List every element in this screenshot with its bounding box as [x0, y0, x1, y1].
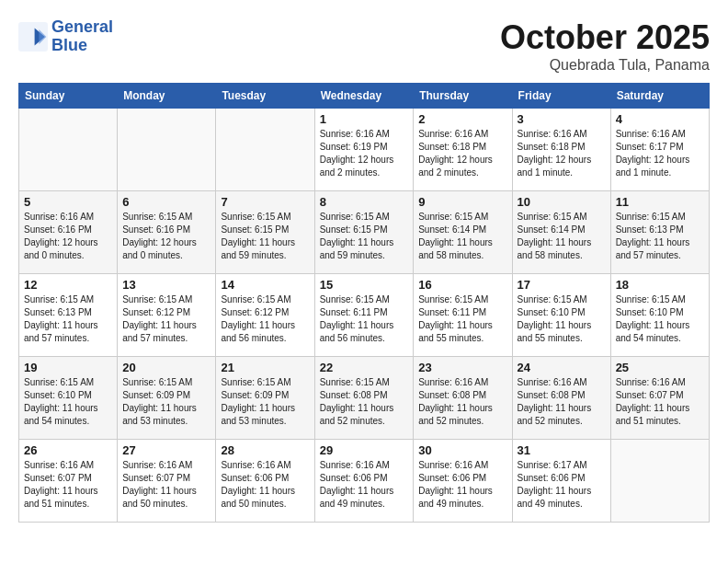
weekday-header-wednesday: Wednesday	[314, 84, 414, 109]
day-info: Sunrise: 6:15 AMSunset: 6:08 PMDaylight:…	[320, 376, 409, 428]
day-info: Sunrise: 6:16 AMSunset: 6:18 PMDaylight:…	[518, 128, 606, 179]
calendar-week-5: 26Sunrise: 6:16 AMSunset: 6:07 PMDayligh…	[19, 440, 710, 523]
day-info: Sunrise: 6:15 AMSunset: 6:12 PMDaylight:…	[221, 293, 309, 345]
calendar-cell: 29Sunrise: 6:16 AMSunset: 6:06 PMDayligh…	[314, 440, 414, 523]
day-number: 15	[320, 278, 409, 292]
title-area: October 2025 Quebrada Tula, Panama	[500, 18, 710, 74]
calendar-cell: 1Sunrise: 6:16 AMSunset: 6:19 PMDaylight…	[314, 109, 414, 191]
calendar-table: SundayMondayTuesdayWednesdayThursdayFrid…	[18, 83, 710, 523]
day-info: Sunrise: 6:16 AMSunset: 6:07 PMDaylight:…	[24, 459, 112, 511]
weekday-header-monday: Monday	[118, 84, 216, 109]
calendar-cell: 5Sunrise: 6:16 AMSunset: 6:16 PMDaylight…	[19, 191, 118, 274]
day-number: 1	[320, 112, 409, 126]
calendar-cell: 8Sunrise: 6:15 AMSunset: 6:15 PMDaylight…	[314, 191, 414, 274]
day-number: 8	[320, 195, 409, 209]
location-subtitle: Quebrada Tula, Panama	[500, 57, 710, 74]
day-number: 12	[24, 278, 112, 292]
weekday-header-sunday: Sunday	[19, 84, 118, 109]
day-info: Sunrise: 6:15 AMSunset: 6:11 PMDaylight:…	[320, 293, 409, 345]
day-info: Sunrise: 6:15 AMSunset: 6:13 PMDaylight:…	[24, 293, 112, 345]
day-info: Sunrise: 6:16 AMSunset: 6:17 PMDaylight:…	[616, 128, 704, 179]
day-number: 20	[122, 361, 210, 374]
day-info: Sunrise: 6:15 AMSunset: 6:13 PMDaylight:…	[616, 211, 704, 262]
calendar-cell: 26Sunrise: 6:16 AMSunset: 6:07 PMDayligh…	[19, 440, 118, 523]
logo-text: General Blue	[51, 18, 113, 55]
day-info: Sunrise: 6:15 AMSunset: 6:15 PMDaylight:…	[221, 211, 309, 262]
day-number: 3	[518, 112, 606, 126]
day-info: Sunrise: 6:15 AMSunset: 6:09 PMDaylight:…	[122, 376, 210, 428]
calendar-cell: 25Sunrise: 6:16 AMSunset: 6:07 PMDayligh…	[610, 357, 709, 440]
day-info: Sunrise: 6:16 AMSunset: 6:08 PMDaylight:…	[518, 376, 606, 428]
day-number: 28	[221, 443, 309, 457]
calendar-cell: 13Sunrise: 6:15 AMSunset: 6:12 PMDayligh…	[118, 274, 216, 357]
day-info: Sunrise: 6:15 AMSunset: 6:15 PMDaylight:…	[320, 211, 409, 262]
day-info: Sunrise: 6:15 AMSunset: 6:16 PMDaylight:…	[122, 211, 210, 262]
day-number: 24	[518, 361, 606, 374]
logo: General Blue	[18, 18, 113, 55]
calendar-body: 1Sunrise: 6:16 AMSunset: 6:19 PMDaylight…	[19, 109, 710, 523]
calendar-week-4: 19Sunrise: 6:15 AMSunset: 6:10 PMDayligh…	[19, 357, 710, 440]
day-info: Sunrise: 6:15 AMSunset: 6:12 PMDaylight:…	[122, 293, 210, 345]
day-info: Sunrise: 6:15 AMSunset: 6:10 PMDaylight:…	[518, 293, 606, 345]
calendar-cell: 20Sunrise: 6:15 AMSunset: 6:09 PMDayligh…	[118, 357, 216, 440]
calendar-cell: 17Sunrise: 6:15 AMSunset: 6:10 PMDayligh…	[512, 274, 610, 357]
day-number: 30	[418, 443, 506, 457]
day-number: 9	[418, 195, 506, 209]
calendar-cell: 22Sunrise: 6:15 AMSunset: 6:08 PMDayligh…	[314, 357, 414, 440]
day-info: Sunrise: 6:16 AMSunset: 6:07 PMDaylight:…	[122, 459, 210, 511]
calendar-cell	[118, 109, 216, 191]
calendar-week-1: 1Sunrise: 6:16 AMSunset: 6:19 PMDaylight…	[19, 109, 710, 191]
day-number: 27	[122, 443, 210, 457]
calendar-cell: 10Sunrise: 6:15 AMSunset: 6:14 PMDayligh…	[512, 191, 610, 274]
day-info: Sunrise: 6:16 AMSunset: 6:19 PMDaylight:…	[320, 128, 409, 179]
day-number: 5	[24, 195, 112, 209]
day-number: 4	[616, 112, 704, 126]
day-number: 25	[616, 361, 704, 374]
calendar-cell: 31Sunrise: 6:17 AMSunset: 6:06 PMDayligh…	[512, 440, 610, 523]
weekday-header-friday: Friday	[512, 84, 610, 109]
weekday-header-saturday: Saturday	[610, 84, 709, 109]
day-number: 13	[122, 278, 210, 292]
calendar-cell: 24Sunrise: 6:16 AMSunset: 6:08 PMDayligh…	[512, 357, 610, 440]
calendar-cell	[610, 440, 709, 523]
day-info: Sunrise: 6:15 AMSunset: 6:11 PMDaylight:…	[418, 293, 506, 345]
calendar-cell	[216, 109, 314, 191]
day-number: 7	[221, 195, 309, 209]
calendar-cell: 27Sunrise: 6:16 AMSunset: 6:07 PMDayligh…	[118, 440, 216, 523]
day-info: Sunrise: 6:15 AMSunset: 6:14 PMDaylight:…	[418, 211, 506, 262]
calendar-cell: 23Sunrise: 6:16 AMSunset: 6:08 PMDayligh…	[414, 357, 512, 440]
calendar-cell: 2Sunrise: 6:16 AMSunset: 6:18 PMDaylight…	[414, 109, 512, 191]
day-number: 17	[518, 278, 606, 292]
day-info: Sunrise: 6:16 AMSunset: 6:18 PMDaylight:…	[418, 128, 506, 179]
day-info: Sunrise: 6:16 AMSunset: 6:07 PMDaylight:…	[616, 376, 704, 428]
calendar-cell: 18Sunrise: 6:15 AMSunset: 6:10 PMDayligh…	[610, 274, 709, 357]
day-info: Sunrise: 6:16 AMSunset: 6:06 PMDaylight:…	[320, 459, 409, 511]
calendar-week-2: 5Sunrise: 6:16 AMSunset: 6:16 PMDaylight…	[19, 191, 710, 274]
weekday-header-tuesday: Tuesday	[216, 84, 314, 109]
calendar-cell: 3Sunrise: 6:16 AMSunset: 6:18 PMDaylight…	[512, 109, 610, 191]
calendar-cell: 21Sunrise: 6:15 AMSunset: 6:09 PMDayligh…	[216, 357, 314, 440]
day-number: 18	[616, 278, 704, 292]
day-number: 2	[418, 112, 506, 126]
day-number: 26	[24, 443, 112, 457]
day-info: Sunrise: 6:15 AMSunset: 6:10 PMDaylight:…	[24, 376, 112, 428]
calendar-cell: 19Sunrise: 6:15 AMSunset: 6:10 PMDayligh…	[19, 357, 118, 440]
day-info: Sunrise: 6:15 AMSunset: 6:09 PMDaylight:…	[221, 376, 309, 428]
calendar-week-3: 12Sunrise: 6:15 AMSunset: 6:13 PMDayligh…	[19, 274, 710, 357]
calendar-cell: 7Sunrise: 6:15 AMSunset: 6:15 PMDaylight…	[216, 191, 314, 274]
calendar-cell: 6Sunrise: 6:15 AMSunset: 6:16 PMDaylight…	[118, 191, 216, 274]
calendar-cell: 11Sunrise: 6:15 AMSunset: 6:13 PMDayligh…	[610, 191, 709, 274]
calendar-cell: 28Sunrise: 6:16 AMSunset: 6:06 PMDayligh…	[216, 440, 314, 523]
logo-line1: General	[51, 17, 113, 36]
day-info: Sunrise: 6:15 AMSunset: 6:14 PMDaylight:…	[518, 211, 606, 262]
calendar-cell: 9Sunrise: 6:15 AMSunset: 6:14 PMDaylight…	[414, 191, 512, 274]
logo-icon	[18, 22, 48, 52]
logo-line2: Blue	[51, 36, 87, 54]
day-number: 31	[518, 443, 606, 457]
calendar-cell: 15Sunrise: 6:15 AMSunset: 6:11 PMDayligh…	[314, 274, 414, 357]
calendar-header-row: SundayMondayTuesdayWednesdayThursdayFrid…	[19, 84, 710, 109]
day-info: Sunrise: 6:16 AMSunset: 6:06 PMDaylight:…	[221, 459, 309, 511]
weekday-header-thursday: Thursday	[414, 84, 512, 109]
calendar-cell: 30Sunrise: 6:16 AMSunset: 6:06 PMDayligh…	[414, 440, 512, 523]
day-number: 14	[221, 278, 309, 292]
